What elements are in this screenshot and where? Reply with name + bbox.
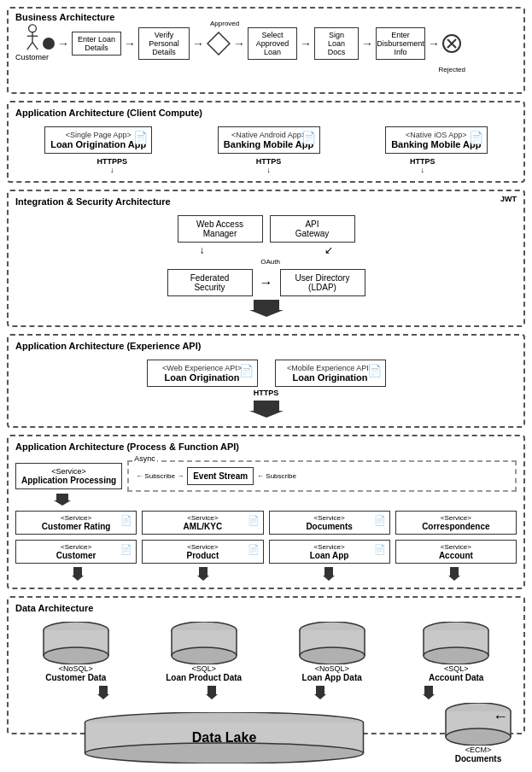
- svg-marker-36: [206, 686, 218, 699]
- svg-line-3: [26, 42, 32, 50]
- user-directory-box: User Directory(LDAP): [280, 269, 365, 296]
- jwt-label: JWT: [500, 195, 517, 203]
- svg-point-0: [28, 25, 36, 32]
- exp-arrow-down: [15, 401, 517, 419]
- data-arrows: [15, 567, 517, 581]
- app-arch-client-section: Application Architecture (Client Compute…: [7, 101, 525, 183]
- proc-card-correspondence: <Service> Correspondence: [395, 511, 517, 535]
- exp-card-1: 📄 <Web Experience API> Loan Origination: [147, 360, 258, 387]
- svg-marker-12: [197, 567, 209, 581]
- async-label: Async: [132, 454, 157, 463]
- app-card-1: 📄 <Single Page App> Loan Origination App: [44, 126, 152, 154]
- proc-card-product: 📄 <Service> Product: [142, 540, 263, 564]
- svg-point-24: [172, 647, 237, 664]
- cyl-title-4: Account Data: [429, 673, 483, 682]
- exp-stereotype-2: <Mobile Experience API>: [281, 364, 380, 372]
- app-processing-title: Application Processing: [21, 476, 116, 485]
- cyl-stereotype-1: <NoSQL>: [59, 664, 93, 673]
- proc-grid: 📄 <Service> Customer Rating 📄 <Service> …: [15, 511, 517, 564]
- oauth-label: OAuth: [24, 258, 517, 266]
- api-gateway-box: APIGateway: [270, 215, 355, 243]
- flow-node-5: Enter Disbursement Info: [376, 27, 425, 60]
- federated-security-box: FederatedSecurity: [167, 269, 253, 296]
- proc-arrows: [15, 494, 517, 506]
- diagram-container: Business Architecture Customer →: [0, 0, 532, 748]
- event-stream-title: Event Stream: [193, 471, 248, 481]
- exp-api-section: Application Architecture (Experience API…: [7, 334, 525, 428]
- thick-arrow-down: [15, 300, 517, 319]
- https-label-2: HTTPS: [256, 157, 282, 166]
- integ-boxes-row: Web AccessManager APIGateway: [15, 215, 517, 243]
- exp-api-cards: 📄 <Web Experience API> Loan Origination …: [15, 360, 517, 387]
- cyl-loan-product: <SQL> Loan Product Data: [166, 622, 242, 682]
- svg-marker-37: [314, 686, 326, 699]
- app-arch-client-title: Application Architecture (Client Compute…: [15, 108, 202, 118]
- async-section: Async ← Subscribe → Event Stream ← Subsc…: [127, 460, 517, 492]
- lake-arrows: [15, 686, 517, 699]
- app-processing-box: <Service> Application Processing: [15, 463, 122, 489]
- rejected-label: Rejected: [438, 66, 465, 73]
- cyl-loan-app: <NoSQL> Loan App Data: [298, 622, 366, 682]
- data-lake-row: Data Lake <ECM> Documents: [15, 703, 517, 763]
- svg-marker-38: [423, 686, 435, 699]
- app-cards: 📄 <Single Page App> Loan Origination App…: [15, 126, 517, 154]
- cyl-stereotype-3: <NoSQL>: [315, 664, 349, 673]
- biz-flow-container: Customer → Enter Loan Details → Verify P…: [15, 27, 517, 85]
- flow-node-3: Select Approved Loan: [248, 27, 297, 60]
- exp-card-2: 📄 <Mobile Experience API> Loan Originati…: [275, 360, 386, 387]
- proc-card-customer-rating: 📄 <Service> Customer Rating: [15, 511, 137, 535]
- cyl-account-data: <SQL> Account Data: [422, 622, 490, 682]
- decision-diamond: Approved: [207, 32, 231, 56]
- proc-card-aml: 📄 <Service> AML/KYC: [142, 511, 263, 535]
- end-node: [442, 34, 461, 53]
- biz-arch-section: Business Architecture Customer →: [7, 7, 525, 94]
- proc-icon-6: 📄: [248, 544, 260, 555]
- proc-icon-7: 📄: [374, 544, 386, 555]
- proc-card-documents: 📄 <Service> Documents: [269, 511, 390, 535]
- proc-arch-title: Application Architecture (Process & Func…: [15, 442, 239, 452]
- approved-label: Approved: [210, 20, 239, 27]
- svg-point-34: [424, 647, 488, 664]
- subscribe-label-left: ← Subscribe →: [136, 472, 184, 480]
- proc-top-row: <Service> Application Processing Async ←…: [15, 460, 517, 492]
- arrows-down-row: ↓ ↙: [15, 244, 517, 256]
- web-access-manager-box: Web AccessManager: [178, 215, 263, 243]
- stereotype-1: <Single Page App>: [50, 131, 146, 139]
- cyl-stereotype-4: <SQL>: [444, 664, 469, 673]
- https-label-3: HTTPS: [410, 157, 436, 166]
- subscribe-label-right: ← Subscribe: [257, 472, 296, 480]
- actor: Customer: [15, 24, 49, 61]
- page-icon-3: 📄: [469, 131, 483, 144]
- cyl-title-2: Loan Product Data: [166, 673, 242, 682]
- svg-point-19: [44, 647, 108, 664]
- https-label-1: HTTPPS: [96, 157, 127, 166]
- flow-node-1: Enter Loan Details: [72, 32, 121, 56]
- cyl-data-lake: Data Lake: [15, 712, 433, 763]
- https-col-1: HTTPPS ↓: [96, 157, 127, 174]
- data-arch-title: Data Architecture: [15, 603, 93, 613]
- svg-point-29: [300, 647, 365, 664]
- svg-point-49: [446, 728, 511, 746]
- app-card-3: 📄 <Native iOS App> Banking Mobile App: [385, 126, 488, 154]
- app-card-2: 📄 <Native Android App> Banking Mobile Ap…: [218, 126, 320, 154]
- svg-marker-14: [448, 567, 460, 581]
- event-stream-box: Event Stream: [187, 467, 254, 485]
- svg-marker-5: [208, 32, 230, 55]
- svg-marker-35: [97, 686, 109, 699]
- cyl-stereotype-2: <SQL>: [191, 664, 216, 673]
- app-processing-stereotype: <Service>: [21, 467, 116, 476]
- proc-icon-3: 📄: [374, 515, 386, 526]
- integ-arch-title: Integration & Security Architecture: [15, 196, 171, 207]
- proc-card-customer: 📄 <Service> Customer: [15, 540, 137, 564]
- proc-card-loan-app: 📄 <Service> Loan App: [269, 540, 390, 564]
- svg-marker-13: [323, 567, 335, 581]
- svg-line-4: [32, 42, 38, 50]
- proc-icon-5: 📄: [120, 544, 132, 555]
- data-cylinders-row: <NoSQL> Customer Data <SQL> Loan Product…: [15, 622, 517, 682]
- proc-icon-2: 📄: [248, 515, 260, 526]
- page-icon-2: 📄: [301, 131, 316, 144]
- cyl-title-docs: Documents: [455, 754, 501, 763]
- svg-text:Data Lake: Data Lake: [192, 730, 257, 745]
- https-col-2: HTTPS ↓: [256, 157, 282, 174]
- proc-icon-1: 📄: [120, 515, 132, 526]
